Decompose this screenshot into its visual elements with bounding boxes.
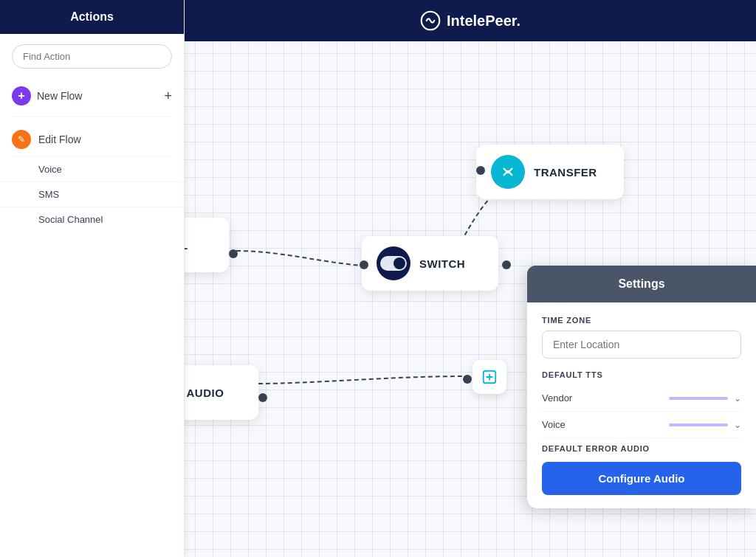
new-flow-label: New Flow	[37, 90, 158, 102]
transfer-dot-left	[476, 166, 485, 175]
new-flow-row[interactable]: + New Flow +	[0, 79, 184, 116]
configure-audio-button[interactable]: Configure Audio	[542, 462, 741, 495]
switch-dot-right	[502, 260, 511, 269]
search-input[interactable]	[12, 44, 172, 69]
switch-toggle	[380, 256, 407, 271]
settings-panel: Settings TIME ZONE DEFAULT TTS Vendor ⌄ …	[527, 266, 756, 508]
vendor-bar	[669, 397, 728, 400]
settings-title: Settings	[618, 277, 664, 290]
voice-row: Voice ⌄	[542, 412, 741, 438]
transfer-icon	[491, 155, 525, 189]
switch-label: SWITCH	[419, 257, 465, 270]
voice-right: ⌄	[669, 420, 741, 430]
sidebar-item-social-channel[interactable]: Social Channel	[0, 207, 184, 232]
edit-flow-label: Edit Flow	[38, 134, 81, 145]
sidebar-item-sms[interactable]: SMS	[0, 181, 184, 207]
timezone-label: TIME ZONE	[542, 316, 741, 325]
switch-node[interactable]: SWITCH	[362, 236, 498, 291]
playaudio-dot-right	[258, 393, 267, 402]
sidebar-title: Actions	[70, 10, 114, 24]
sidebar-header: Actions	[0, 0, 184, 34]
edit-flow-icon: ✎	[12, 130, 31, 149]
voice-bar	[669, 423, 728, 426]
vendor-chevron-icon[interactable]: ⌄	[734, 393, 741, 404]
logo: IntelePeer.	[420, 10, 520, 31]
logo-icon	[420, 10, 441, 31]
switch-dot-left	[360, 260, 368, 269]
logo-text: IntelePeer.	[447, 13, 520, 30]
sidebar-search-container	[0, 34, 184, 79]
vendor-row: Vendor ⌄	[542, 385, 741, 412]
timezone-input[interactable]	[542, 331, 741, 359]
transfer-node[interactable]: TRANSFER	[476, 145, 624, 199]
navbar: IntelePeer.	[185, 0, 756, 41]
default-error-label: DEFAULT ERROR AUDIO	[542, 444, 741, 453]
mystery-dot-left	[463, 375, 472, 384]
settings-header: Settings	[527, 266, 756, 302]
sidebar: Actions + New Flow + ✎ Edit Flow Voice S…	[0, 0, 185, 557]
sidebar-section: ✎ Edit Flow Voice SMS Social Channel	[0, 117, 184, 238]
switch-icon	[377, 246, 410, 280]
icall-dot-right	[229, 249, 238, 258]
vendor-label: Vendor	[542, 392, 572, 404]
sidebar-item-voice[interactable]: Voice	[0, 157, 184, 181]
vendor-right: ⌄	[669, 393, 741, 404]
new-flow-icon: +	[12, 86, 31, 105]
mystery-node[interactable]	[472, 360, 506, 394]
transfer-label: TRANSFER	[534, 166, 597, 179]
edit-flow-row[interactable]: ✎ Edit Flow	[0, 122, 184, 156]
voice-label: Voice	[542, 419, 566, 430]
default-tts-label: DEFAULT TTS	[542, 370, 741, 379]
voice-chevron-icon[interactable]: ⌄	[734, 420, 741, 430]
new-flow-plus-icon[interactable]: +	[164, 89, 172, 104]
settings-body: TIME ZONE DEFAULT TTS Vendor ⌄ Voice ⌄ D…	[527, 302, 756, 508]
